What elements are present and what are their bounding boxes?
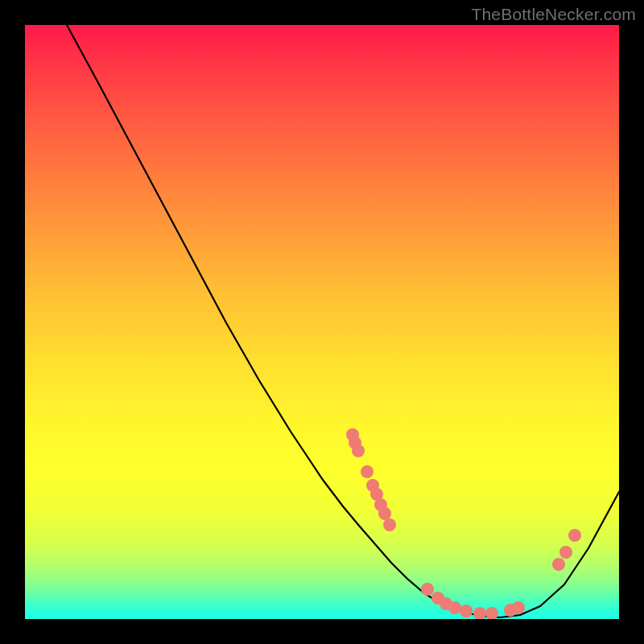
data-point: [552, 558, 565, 571]
watermark-text: TheBottleNecker.com: [471, 5, 636, 24]
data-point: [383, 518, 396, 531]
bottleneck-curve: [67, 25, 619, 617]
data-point: [361, 465, 374, 478]
chart-area: [25, 25, 619, 619]
data-point: [378, 507, 391, 520]
data-point: [352, 444, 365, 457]
data-markers: [346, 428, 581, 619]
data-point: [460, 605, 473, 617]
data-point: [485, 607, 498, 619]
data-point: [473, 607, 486, 619]
data-point: [559, 546, 572, 559]
data-point: [512, 601, 525, 614]
data-point: [568, 529, 581, 542]
bottleneck-chart: [25, 25, 619, 619]
data-point: [448, 601, 461, 614]
data-point: [421, 583, 434, 596]
